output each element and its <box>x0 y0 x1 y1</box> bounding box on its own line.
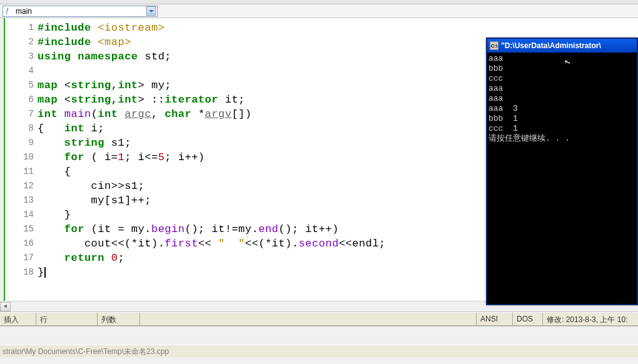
status-eol: DOS <box>513 313 543 325</box>
status-modified: 修改: 2013-8-3, 上午 10: <box>543 313 638 325</box>
scope-bar: ƒ main <box>0 4 638 18</box>
console-window[interactable]: C:\ "D:\UserData\Administrator\ aaa bbb … <box>486 38 638 305</box>
chevron-down-icon[interactable] <box>146 6 156 16</box>
status-spacer <box>140 313 477 325</box>
line-number: 4 <box>5 64 34 78</box>
line-number: 5 <box>5 78 34 93</box>
line-number: 2 <box>5 35 34 49</box>
scope-label: main <box>16 7 32 16</box>
line-number: 10 <box>5 150 34 164</box>
status-insert: 插入 <box>0 313 36 325</box>
line-number: 15 <box>5 222 34 236</box>
function-icon: ƒ <box>6 8 13 15</box>
scope-dropdown[interactable]: ƒ main <box>3 6 158 17</box>
line-number: 12 <box>5 179 34 193</box>
breadcrumb-path: strator\My Documents\C-Free\Temp\未命名23.c… <box>0 345 638 357</box>
cmd-icon: C:\ <box>490 41 499 50</box>
scroll-left-button[interactable]: ◄ <box>0 302 11 311</box>
console-title-text: "D:\UserData\Administrator\ <box>501 41 601 50</box>
line-number: 9 <box>5 136 34 150</box>
status-line: 行 <box>36 313 98 325</box>
line-number: 7 <box>5 107 34 121</box>
line-number: 18 <box>5 265 34 280</box>
console-output: aaa bbb ccc aaa aaa aaa 3 bbb 1 ccc 1 请按… <box>487 53 637 304</box>
line-number: 16 <box>5 236 34 251</box>
line-number: 17 <box>5 251 34 265</box>
status-bar: 插入 行 列数 ANSI DOS 修改: 2013-8-3, 上午 10: <box>0 312 638 326</box>
code-line[interactable]: #include <iostream> <box>38 21 638 35</box>
margin-strip <box>0 18 5 311</box>
console-titlebar[interactable]: C:\ "D:\UserData\Administrator\ <box>487 39 637 53</box>
line-number: 1 <box>5 21 34 35</box>
line-number: 11 <box>5 164 34 179</box>
bottom-panel <box>0 326 638 345</box>
status-col: 列数 <box>98 313 140 325</box>
line-gutter: 123456789101112131415161718 <box>5 18 38 311</box>
line-number: 8 <box>5 121 34 136</box>
status-encoding: ANSI <box>477 313 513 325</box>
line-number: 13 <box>5 193 34 208</box>
toolbar-top <box>0 0 638 4</box>
line-number: 3 <box>5 49 34 64</box>
line-number: 6 <box>5 93 34 107</box>
line-number: 14 <box>5 208 34 222</box>
